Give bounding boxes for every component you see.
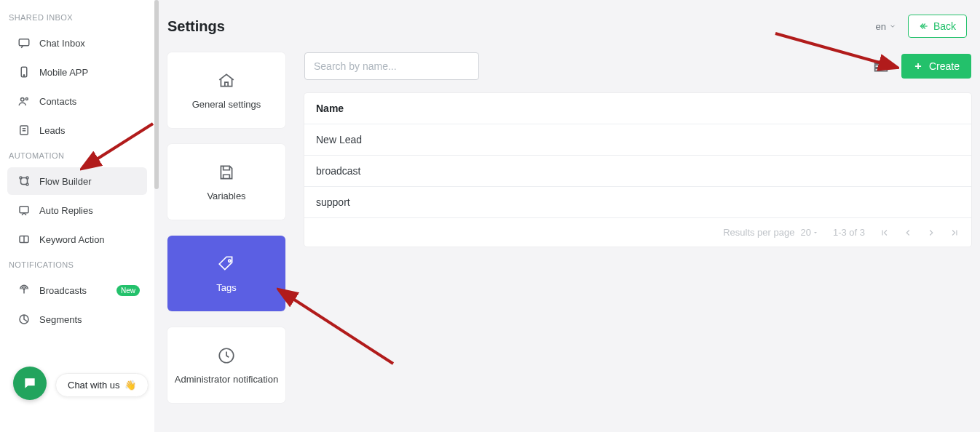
svg-rect-0 (19, 39, 29, 46)
tile-general-settings[interactable]: General settings (167, 52, 285, 128)
sidebar-item-label: Leads (39, 125, 65, 136)
save-icon (217, 163, 236, 182)
density-toggle-icon[interactable] (874, 60, 888, 73)
row-name: broadcast (316, 165, 360, 177)
tile-variables[interactable]: Variables (167, 144, 285, 220)
create-button[interactable]: Create (901, 54, 971, 79)
new-badge: New (116, 285, 140, 296)
sidebar-item-label: Keyword Action (39, 234, 105, 245)
sidebar-item-mobile-app[interactable]: Mobile APP (7, 58, 147, 86)
language-label: en (875, 21, 885, 32)
tile-label: General settings (188, 99, 266, 110)
table-row[interactable]: New Lead (304, 124, 971, 156)
sidebar-item-label: Contacts (39, 96, 76, 107)
first-page-icon[interactable] (880, 228, 890, 238)
svg-point-2 (23, 75, 25, 76)
page-title: Settings (167, 18, 225, 35)
row-name: New Lead (316, 134, 362, 145)
back-button[interactable]: Back (908, 15, 967, 38)
svg-rect-9 (20, 207, 28, 213)
chat-icon (17, 36, 31, 49)
topbar: Settings en Back (167, 15, 971, 38)
last-page-icon[interactable] (949, 228, 960, 238)
sidebar-item-label: Broadcasts (39, 285, 87, 296)
chat-fab[interactable] (13, 367, 47, 400)
per-page-select[interactable]: 20 (800, 227, 818, 238)
sidebar-item-keyword-action[interactable]: Keyword Action (7, 225, 147, 253)
sidebar-item-broadcasts[interactable]: Broadcasts New (7, 276, 147, 304)
sidebar-item-contacts[interactable]: Contacts (7, 87, 147, 115)
sidebar-item-label: Mobile APP (39, 67, 88, 78)
sidebar-item-label: Chat Inbox (39, 38, 85, 49)
caret-down-icon (813, 230, 818, 236)
broadcast-icon (17, 284, 31, 297)
tile-admin-notification[interactable]: Administrator notification (167, 327, 285, 403)
prev-page-icon[interactable] (903, 228, 913, 238)
svg-rect-17 (875, 68, 888, 71)
autoreply-icon (17, 204, 31, 217)
keyword-icon (17, 233, 31, 246)
flow-icon (17, 175, 31, 188)
chat-pill-label: Chat with us (68, 380, 120, 391)
sidebar-item-label: Segments (39, 314, 82, 325)
pager (880, 228, 960, 238)
plus-icon (913, 61, 923, 71)
tile-label: Tags (212, 282, 240, 293)
svg-point-6 (20, 177, 22, 179)
back-label: Back (933, 20, 956, 32)
svg-point-7 (26, 177, 28, 179)
sidebar-item-flow-builder[interactable]: Flow Builder (7, 167, 147, 195)
svg-point-13 (229, 260, 231, 262)
chat-bubble-icon (23, 376, 37, 391)
tag-icon (217, 255, 236, 273)
tile-label: Variables (202, 191, 250, 201)
wave-emoji: 👋 (125, 380, 136, 391)
create-label: Create (929, 60, 960, 72)
next-page-icon[interactable] (926, 228, 936, 238)
results-per-page-label: Results per page (723, 227, 794, 238)
sidebar-item-label: Flow Builder (39, 176, 92, 187)
topbar-right: en Back (875, 15, 967, 38)
bell-icon (217, 346, 236, 365)
chevron-down-icon (889, 23, 896, 30)
tile-label: Administrator notification (170, 374, 282, 385)
sidebar-item-chat-inbox[interactable]: Chat Inbox (7, 29, 147, 57)
section-title-automation: AUTOMATION (0, 145, 154, 166)
section-title-shared-inbox: SHARED INBOX (0, 7, 154, 28)
svg-point-3 (21, 98, 25, 102)
table-row[interactable]: broadcast (304, 156, 971, 187)
section-title-notifications: NOTIFICATIONS (0, 255, 154, 275)
sidebar-item-auto-replies[interactable]: Auto Replies (7, 196, 147, 224)
svg-point-8 (26, 183, 28, 185)
sidebar-item-label: Auto Replies (39, 205, 93, 216)
table-row[interactable]: support (304, 187, 971, 218)
svg-rect-15 (875, 61, 888, 63)
arrow-left-icon (919, 21, 929, 31)
table-footer: Results per page 20 1-3 of 3 (304, 218, 971, 247)
page-range: 1-3 of 3 (833, 227, 865, 238)
svg-rect-16 (875, 65, 888, 67)
per-page-value: 20 (800, 227, 810, 238)
language-selector[interactable]: en (875, 21, 896, 32)
settings-tile-column: General settings Variables Tags Administ… (167, 52, 285, 403)
leads-icon (17, 124, 31, 137)
table-header-name: Name (304, 93, 971, 124)
tags-panel: Create Name New Lead broadcast support R… (304, 52, 971, 403)
search-input[interactable] (304, 52, 479, 80)
tags-table: Name New Lead broadcast support Results … (304, 93, 971, 247)
home-icon (217, 71, 236, 90)
contacts-icon (17, 95, 31, 108)
tile-tags[interactable]: Tags (167, 236, 285, 311)
mobile-icon (17, 65, 31, 79)
svg-point-11 (23, 289, 25, 290)
segments-icon (17, 313, 31, 326)
sidebar-item-leads[interactable]: Leads (7, 116, 147, 144)
row-name: support (316, 196, 350, 208)
chat-with-us-pill[interactable]: Chat with us 👋 (55, 373, 149, 397)
svg-point-4 (25, 98, 28, 100)
main-area: Settings en Back General settings Variab… (159, 0, 980, 432)
sidebar-item-segments[interactable]: Segments (7, 305, 147, 333)
